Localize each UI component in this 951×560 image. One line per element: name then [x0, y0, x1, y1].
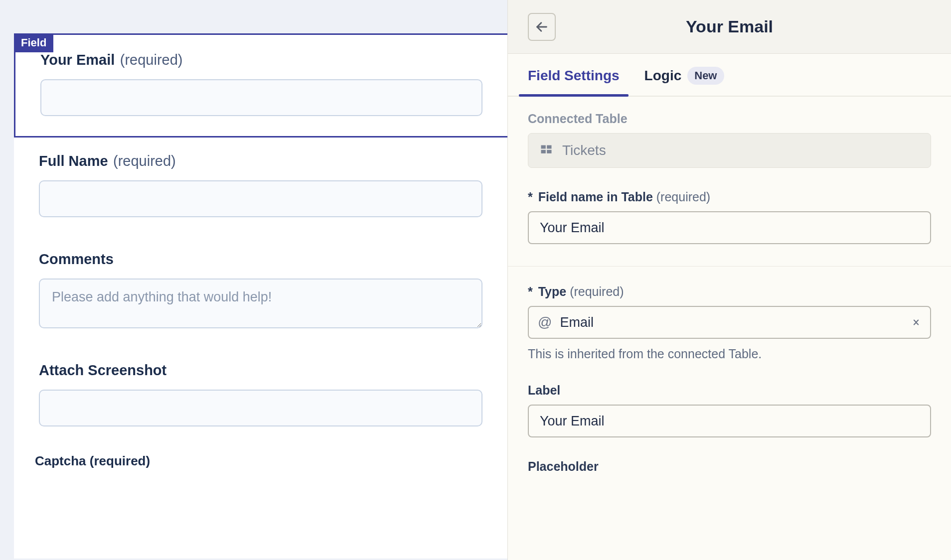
tab-logic[interactable]: Logic New	[644, 54, 724, 96]
divider	[508, 266, 951, 267]
label-text: Field name in Table	[538, 190, 653, 204]
field-label: Your Email	[40, 52, 115, 68]
field-label: Full Name	[39, 153, 108, 169]
at-sign-icon: @	[538, 314, 552, 330]
field-required: (required)	[113, 153, 176, 169]
tab-label: Logic	[644, 68, 682, 84]
form-field-your-email[interactable]: Field Your Email (required)	[14, 33, 507, 138]
setting-label: Connected Table	[528, 112, 931, 126]
field-textarea-comments[interactable]	[39, 279, 482, 328]
field-tag: Field	[14, 33, 53, 52]
app-root: Field Your Email (required) Full Name (r…	[0, 0, 951, 560]
tab-label: Field Settings	[528, 68, 620, 84]
table-icon	[539, 143, 553, 157]
required-text: (required)	[656, 190, 710, 204]
form-field-captcha[interactable]: Captcha (required)	[14, 443, 507, 479]
captcha-label: Captcha (required)	[35, 453, 150, 468]
required-mark: *	[528, 190, 533, 204]
connected-table-name: Tickets	[562, 142, 606, 158]
svg-rect-1	[541, 145, 546, 149]
arrow-left-icon	[535, 20, 549, 34]
field-input-your-email[interactable]	[40, 79, 482, 116]
setting-connected-table: Connected Table Tickets	[528, 112, 931, 168]
form-canvas-wrap: Field Your Email (required) Full Name (r…	[0, 0, 507, 560]
panel-header: Your Email	[508, 0, 951, 54]
type-select[interactable]: @ Email	[528, 306, 931, 339]
form-canvas: Field Your Email (required) Full Name (r…	[14, 33, 507, 559]
form-field-comments[interactable]: Comments	[14, 234, 507, 345]
setting-label: * Field name in Table (required)	[528, 190, 931, 204]
tab-field-settings[interactable]: Field Settings	[528, 54, 620, 96]
setting-label: Label	[528, 383, 931, 437]
field-label: Attach Screenshot	[39, 362, 166, 378]
chevron-up-down-icon	[911, 314, 921, 331]
svg-rect-3	[541, 150, 546, 153]
panel-tabs: Field Settings Logic New	[508, 54, 951, 97]
field-input-full-name[interactable]	[39, 180, 482, 217]
label-text: Type	[538, 284, 567, 298]
setting-field-name: * Field name in Table (required)	[528, 190, 931, 244]
setting-label: Placeholder	[528, 459, 931, 474]
type-value: Email	[560, 315, 594, 330]
svg-rect-4	[547, 150, 551, 153]
svg-rect-2	[547, 145, 551, 149]
panel-title: Your Email	[556, 17, 903, 36]
field-label: Comments	[39, 251, 114, 267]
form-field-attach-screenshot[interactable]: Attach Screenshot	[14, 345, 507, 443]
new-badge: New	[687, 67, 724, 85]
form-field-full-name[interactable]: Full Name (required)	[14, 136, 507, 234]
label-input[interactable]	[528, 405, 931, 437]
required-mark: *	[528, 284, 533, 298]
field-name-input[interactable]	[528, 211, 931, 244]
setting-placeholder: Placeholder	[528, 459, 931, 474]
settings-panel: Your Email Field Settings Logic New Conn…	[507, 0, 951, 560]
field-required: (required)	[120, 52, 183, 68]
setting-label: * Type (required)	[528, 284, 931, 299]
type-helper-text: This is inherited from the connected Tab…	[528, 347, 931, 361]
setting-label: Label	[528, 383, 931, 398]
setting-type: * Type (required) @ Email This is inheri…	[528, 284, 931, 361]
panel-body: Connected Table Tickets * Field name in …	[508, 97, 951, 560]
field-input-attachment[interactable]	[39, 390, 482, 426]
back-button[interactable]	[528, 13, 556, 41]
required-text: (required)	[570, 284, 624, 298]
connected-table-value: Tickets	[528, 133, 931, 168]
